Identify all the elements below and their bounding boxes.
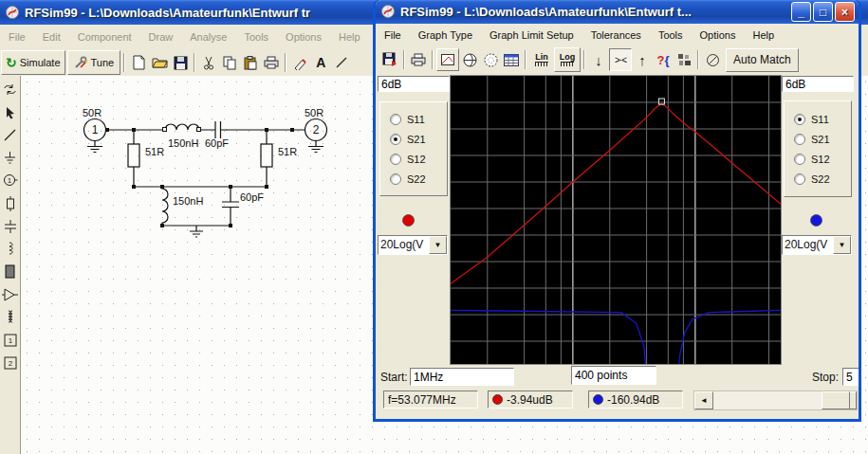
radio-icon[interactable] bbox=[390, 154, 401, 165]
menu-options[interactable]: Options bbox=[692, 29, 745, 41]
text-icon[interactable]: A bbox=[310, 52, 331, 73]
right-trace-color-dot bbox=[810, 214, 822, 227]
minimize-button[interactable]: _ bbox=[791, 2, 811, 22]
stop-frequency-input[interactable] bbox=[842, 368, 859, 386]
left-scale-input[interactable] bbox=[378, 76, 450, 92]
amplifier-icon[interactable] bbox=[1, 284, 19, 304]
linear-scale-icon[interactable]: Lin bbox=[529, 49, 554, 70]
capacitor-icon[interactable] bbox=[1, 216, 19, 236]
menu-analyse[interactable]: Analyse bbox=[181, 31, 235, 43]
menu-tolerances[interactable]: Tolerances bbox=[582, 29, 650, 41]
right-radio-s22[interactable]: S22 bbox=[794, 173, 830, 185]
open-icon[interactable] bbox=[149, 52, 170, 73]
erase-icon[interactable] bbox=[289, 52, 310, 73]
menu-component[interactable]: Component bbox=[69, 31, 140, 43]
radio-label: S12 bbox=[407, 154, 426, 165]
copy-icon[interactable] bbox=[219, 52, 240, 73]
graph-window-titlebar[interactable]: RFSim99 - L:\Downloads\Amateurfunk\Entwu… bbox=[376, 0, 859, 24]
print-icon[interactable] bbox=[408, 49, 429, 70]
right-format-value: 20Log(V bbox=[783, 236, 833, 254]
print-icon[interactable] bbox=[261, 52, 282, 73]
new-icon[interactable] bbox=[128, 52, 149, 73]
series-inductor-label: 150nH bbox=[168, 137, 198, 149]
menu-draw[interactable]: Draw bbox=[140, 31, 182, 43]
left-radio-s22[interactable]: S22 bbox=[390, 173, 426, 185]
menu-tools[interactable]: Tools bbox=[235, 31, 277, 43]
marker-center-icon[interactable]: >·< bbox=[609, 48, 632, 71]
menu-help[interactable]: Help bbox=[744, 29, 783, 41]
port-icon[interactable]: 1 bbox=[1, 171, 19, 191]
resistor-icon[interactable] bbox=[1, 193, 19, 213]
scrollbar-track[interactable] bbox=[713, 391, 838, 409]
polar-graph-icon[interactable] bbox=[480, 49, 501, 70]
tune-button[interactable]: Tune bbox=[67, 50, 121, 75]
draw-line-icon[interactable] bbox=[331, 52, 352, 73]
simulate-button[interactable]: ↻ Simulate bbox=[1, 50, 65, 75]
smith-chart-icon[interactable] bbox=[459, 49, 480, 70]
radio-icon[interactable] bbox=[794, 173, 805, 185]
chevron-down-icon[interactable]: ▼ bbox=[833, 236, 851, 254]
marker-up-icon[interactable]: ↑ bbox=[632, 49, 653, 70]
radio-icon[interactable] bbox=[390, 173, 401, 185]
right-radio-s12[interactable]: S12 bbox=[794, 154, 830, 165]
marker-down-icon[interactable]: ↓ bbox=[588, 49, 609, 70]
query-values-icon[interactable]: ?{ bbox=[653, 49, 674, 70]
graph-plot-area[interactable] bbox=[450, 75, 782, 365]
left-format-combo[interactable]: 20Log(V ▼ bbox=[378, 235, 448, 255]
ground-icon[interactable] bbox=[1, 148, 19, 168]
right-radio-s21[interactable]: S21 bbox=[794, 134, 830, 145]
scroll-left-icon[interactable]: ◄ bbox=[694, 391, 713, 409]
left-radio-s11[interactable]: S11 bbox=[390, 114, 425, 125]
pointer-icon[interactable] bbox=[1, 102, 19, 122]
menu-file[interactable]: File bbox=[0, 31, 34, 43]
swap-arrows-icon[interactable] bbox=[1, 80, 19, 100]
points-input[interactable] bbox=[571, 366, 656, 385]
cut-icon[interactable] bbox=[198, 52, 219, 73]
menu-options[interactable]: Options bbox=[277, 31, 330, 43]
log-scale-icon[interactable]: Log bbox=[554, 47, 581, 72]
save-icon[interactable] bbox=[170, 52, 191, 73]
menu-graph-type[interactable]: Graph Type bbox=[410, 29, 481, 41]
chevron-down-icon[interactable]: ▼ bbox=[429, 236, 447, 254]
left-radio-s12[interactable]: S12 bbox=[390, 154, 426, 165]
tolerance-icon[interactable] bbox=[674, 49, 694, 70]
rect-graph-icon[interactable] bbox=[436, 48, 459, 71]
close-button[interactable]: × bbox=[835, 2, 855, 22]
attenuator-icon[interactable] bbox=[1, 262, 19, 281]
menu-edit[interactable]: Edit bbox=[34, 31, 69, 43]
radio-icon[interactable] bbox=[390, 134, 401, 145]
schematic-window-title: RFSim99 - L:\Downloads\Amateurfunk\Entwu… bbox=[25, 6, 310, 20]
radio-icon[interactable] bbox=[794, 134, 805, 145]
port2-box-icon[interactable]: 2 bbox=[1, 353, 19, 372]
paste-icon[interactable] bbox=[240, 52, 261, 73]
radio-icon[interactable] bbox=[390, 114, 401, 125]
radio-label: S22 bbox=[811, 173, 830, 185]
radio-icon[interactable] bbox=[794, 154, 805, 165]
marker-scrollbar[interactable]: ◄ ► bbox=[693, 390, 858, 410]
filter-schematic[interactable]: 50R 1 50R 2 51R 51R 150nH 60pF 150nH 60p… bbox=[58, 95, 352, 246]
right-scale-input[interactable] bbox=[782, 76, 854, 92]
transformer-icon[interactable] bbox=[1, 307, 19, 327]
right-sparam-group: S11 S21 S12 S22 bbox=[784, 100, 852, 197]
rfsim99-app-icon bbox=[380, 4, 396, 19]
scrollbar-thumb[interactable] bbox=[822, 391, 850, 409]
wire-icon[interactable] bbox=[1, 125, 19, 145]
menu-help[interactable]: Help bbox=[330, 31, 369, 43]
port1-number: 1 bbox=[92, 123, 99, 136]
start-frequency-input[interactable] bbox=[410, 368, 514, 386]
menu-graph-limit-setup[interactable]: Graph Limit Setup bbox=[481, 29, 582, 41]
left-radio-s21[interactable]: S21 bbox=[390, 134, 426, 145]
port1-box-icon[interactable]: 1 bbox=[1, 330, 19, 350]
radio-icon[interactable] bbox=[794, 114, 805, 125]
inductor-icon[interactable] bbox=[1, 239, 19, 259]
auto-match-button[interactable]: Auto Match bbox=[726, 48, 799, 72]
delay-clock-icon[interactable] bbox=[702, 49, 723, 70]
toolbar-separator bbox=[697, 50, 699, 69]
table-icon[interactable] bbox=[501, 49, 522, 70]
right-format-combo[interactable]: 20Log(V ▼ bbox=[782, 235, 852, 255]
right-radio-s11[interactable]: S11 bbox=[794, 114, 829, 125]
menu-file[interactable]: File bbox=[376, 29, 410, 41]
export-save-icon[interactable] bbox=[379, 49, 400, 70]
menu-tools[interactable]: Tools bbox=[650, 29, 692, 41]
maximize-button[interactable]: □ bbox=[813, 2, 833, 22]
